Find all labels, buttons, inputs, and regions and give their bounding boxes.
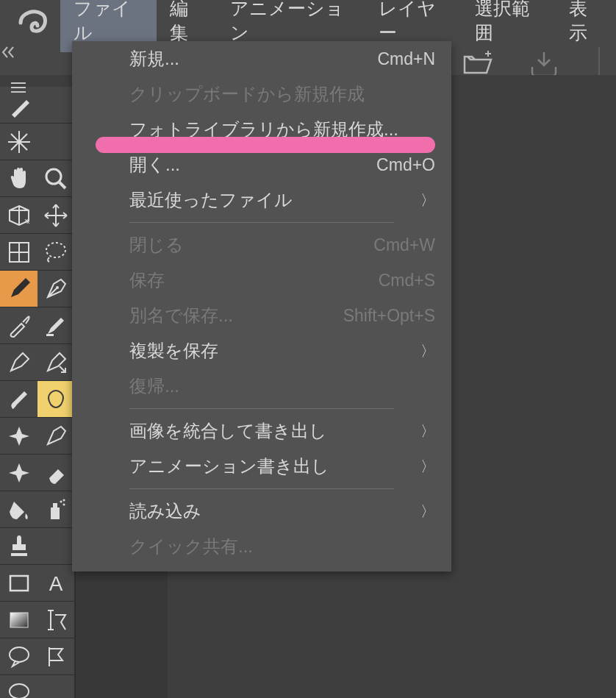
eyedropper-icon [7,313,32,338]
separator [129,222,394,223]
tool-eraser[interactable] [37,455,75,491]
sparkle-icon [7,129,32,154]
download-icon[interactable] [529,49,559,79]
tool-lasso[interactable] [37,234,75,271]
menu-recent[interactable]: 最近使ったファイル 〉 [72,182,451,218]
tool-highlighter[interactable] [37,307,75,344]
menu-save-dup[interactable]: 複製を保存 〉 [72,333,451,368]
menu-new[interactable]: 新規... Cmd+N [72,41,451,76]
tool-flag[interactable] [37,638,75,675]
tool-spray[interactable] [37,491,75,528]
tool-move[interactable] [37,197,75,234]
chevron-left-icon[interactable] [1,46,18,63]
rect-icon [7,571,32,596]
svg-point-11 [63,499,65,501]
gradient-icon [7,608,32,633]
menu-save-dup-label: 複製を保存 [129,339,218,363]
menu-quick-share-label: クイック共有... [129,535,253,558]
svg-rect-13 [10,576,28,591]
pen-nib-icon [43,277,68,302]
svg-rect-15 [10,613,28,627]
tool-zoom[interactable] [37,160,75,197]
menu-export-anim[interactable]: アニメーション書き出し 〉 [72,449,451,484]
paintbrush-icon [7,387,32,412]
chevron-right-icon: 〉 [420,457,435,477]
menubar: ファイル 編集 アニメーション レイヤー 選択範囲 表示 [0,0,616,41]
chevron-right-icon: 〉 [420,502,435,521]
nib-icon [43,424,68,449]
highlight-annotation [96,137,435,153]
hand-icon [7,166,32,191]
tool-empty-3 [37,675,75,698]
svg-rect-8 [53,503,57,508]
folder-open-icon[interactable] [463,49,493,79]
tool-sparkle[interactable] [0,124,37,160]
menu-export-anim-label: アニメーション書き出し [129,455,329,478]
tool-blur[interactable] [0,418,37,455]
tool-hand[interactable] [0,160,37,197]
tool-speech[interactable] [0,638,37,675]
tool-select-rect[interactable] [0,234,37,271]
menu-clipboard-new: クリップボードから新規作成 [72,76,451,112]
tool-gradient[interactable] [0,602,37,638]
tool-rect[interactable] [0,565,37,602]
menu-new-shortcut: Cmd+N [377,49,435,69]
move-icon [43,203,68,228]
menu-close-label: 閉じる [129,233,184,257]
menu-open-shortcut: Cmd+O [376,155,435,175]
highlighter-icon [43,313,68,338]
toolbox: A [0,87,76,698]
menu-close-shortcut: Cmd+W [373,235,435,255]
spray-icon [43,497,68,522]
chevron-right-icon: 〉 [420,190,435,210]
svg-point-16 [10,647,29,662]
tool-pen2[interactable] [0,344,37,381]
svg-point-4 [46,243,65,257]
grid-icon [7,240,32,265]
eraser-icon [43,460,68,485]
menu-quick-share: クイック共有... [72,529,451,564]
separator [129,408,394,409]
svg-point-17 [10,684,29,699]
svg-rect-6 [46,334,54,336]
menu-view[interactable]: 表示 [556,0,616,52]
speech-bubble2-icon [7,681,32,699]
csp-logo-icon [17,7,49,35]
tool-speech2[interactable] [0,675,37,698]
menu-selection[interactable]: 選択範囲 [462,0,556,52]
tool-pattern[interactable] [37,381,75,418]
menu-export-merged[interactable]: 画像を統合して書き出し 〉 [72,413,451,449]
menu-save-shortcut: Cmd+S [379,271,435,291]
chevron-right-icon: 〉 [420,421,435,441]
menu-recent-label: 最近使ったファイル [129,188,293,212]
tool-brush2[interactable] [0,381,37,418]
tool-empty-2 [37,528,75,565]
tool-empty-1 [37,124,75,160]
tool-eyedropper[interactable] [0,307,37,344]
speech-bubble-icon [7,644,32,669]
separator [129,488,394,489]
magnifier-icon [43,166,68,191]
menu-revert-label: 復帰... [129,374,179,398]
flag-icon [43,644,68,669]
cursor-text-icon [43,608,68,633]
tool-marker[interactable] [0,271,37,307]
menu-new-label: 新規... [129,47,179,71]
tool-blur2[interactable] [0,455,37,491]
tool-3d[interactable] [0,197,37,234]
tool-fill[interactable] [0,491,37,528]
tool-stamp[interactable] [0,528,37,565]
menu-clipboard-new-label: クリップボードから新規作成 [129,82,365,106]
tool-penarrow[interactable] [37,344,75,381]
tool-cursor[interactable] [37,602,75,638]
fountain-pen-icon [7,350,32,375]
menu-save-label: 保存 [129,268,165,292]
svg-point-9 [60,500,62,502]
app-logo[interactable] [6,0,60,41]
tool-text[interactable]: A [37,565,75,602]
menu-import[interactable]: 読み込み 〉 [72,494,451,529]
menu-import-label: 読み込み [129,499,201,523]
panel-menu-icon[interactable] [7,74,29,102]
tool-pen[interactable] [37,271,75,307]
tool-pen3[interactable] [37,418,75,455]
